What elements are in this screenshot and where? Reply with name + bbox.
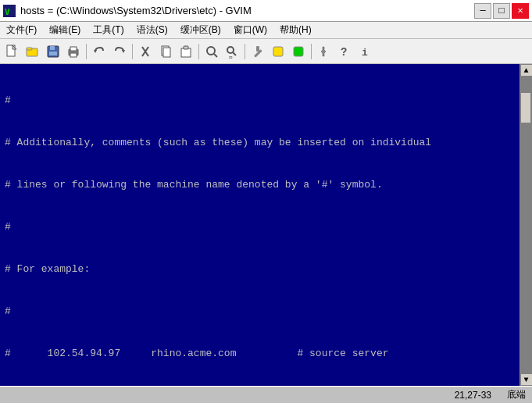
menu-buffers[interactable]: 缓冲区(B)	[174, 22, 227, 38]
svg-line-23	[233, 52, 236, 55]
svg-rect-27	[273, 47, 283, 56]
svg-rect-28	[294, 47, 303, 56]
menu-help[interactable]: 帮助(H)	[273, 22, 318, 38]
toolbar-sep-4	[245, 44, 245, 59]
svg-marker-12	[94, 50, 97, 53]
svg-point-22	[227, 47, 234, 53]
vertical-scrollbar[interactable]: ▲ ▼	[520, 64, 532, 386]
toolbar-undo-button[interactable]	[90, 42, 109, 61]
toolbar-green-btn[interactable]	[289, 42, 308, 61]
toolbar-print-button[interactable]	[64, 42, 83, 61]
svg-text:i: i	[362, 47, 368, 59]
svg-rect-11	[70, 53, 77, 57]
svg-line-21	[214, 54, 217, 57]
svg-rect-26	[256, 46, 259, 52]
scroll-thumb[interactable]	[520, 92, 531, 123]
editor-line: # lines or following the machine name de…	[5, 178, 515, 192]
svg-rect-8	[49, 52, 57, 55]
scroll-down-button[interactable]: ▼	[520, 373, 533, 386]
cursor-position: 21,27-33	[455, 390, 491, 401]
toolbar-info-button[interactable]: i	[355, 42, 374, 61]
window-title: hosts = (C:\Windows\System32\Drivers\etc…	[20, 5, 252, 16]
toolbar-paste-button[interactable]	[177, 42, 195, 61]
svg-rect-17	[163, 48, 170, 57]
editor-line: #	[5, 94, 515, 108]
status-bar: 21,27-33 底端	[0, 386, 532, 403]
toolbar-sep-1	[86, 44, 87, 59]
menu-tools[interactable]: 工具(T)	[87, 22, 130, 38]
scroll-track[interactable]	[520, 77, 532, 373]
toolbar-cut-button[interactable]	[136, 42, 155, 61]
maximize-button[interactable]: □	[493, 3, 510, 19]
toolbar-copy-button[interactable]	[156, 42, 175, 61]
svg-text:?: ?	[341, 46, 347, 59]
editor-line: # For example:	[5, 262, 515, 276]
toolbar-find-button[interactable]	[202, 42, 221, 61]
svg-rect-19	[184, 46, 188, 49]
svg-rect-18	[181, 48, 191, 57]
scroll-position: 底端	[507, 388, 526, 401]
toolbar-sep-5	[311, 44, 312, 59]
svg-marker-13	[122, 50, 125, 53]
editor-content[interactable]: # # Additionally, comments (such as thes…	[0, 64, 520, 386]
svg-text:V: V	[5, 7, 10, 17]
svg-rect-5	[27, 48, 32, 50]
menu-edit[interactable]: 编辑(E)	[43, 22, 87, 38]
menu-bar: 文件(F) 编辑(E) 工具(T) 语法(S) 缓冲区(B) 窗口(W) 帮助(…	[0, 22, 532, 39]
editor-line: #	[5, 305, 515, 319]
editor-line: #	[5, 220, 515, 234]
menu-syntax[interactable]: 语法(S)	[130, 22, 174, 38]
toolbar-open-button[interactable]	[23, 42, 42, 61]
vim-icon: V	[3, 5, 16, 17]
toolbar-yellow-btn[interactable]	[269, 42, 287, 61]
svg-rect-10	[70, 47, 77, 51]
minimize-button[interactable]: ─	[474, 3, 491, 19]
toolbar-question-button[interactable]: ?	[335, 42, 354, 61]
editor-container[interactable]: # # Additionally, comments (such as thes…	[0, 64, 532, 386]
toolbar-redo-button[interactable]	[110, 42, 129, 61]
menu-file[interactable]: 文件(F)	[0, 22, 43, 38]
toolbar-sep-3	[198, 44, 199, 59]
svg-point-20	[207, 47, 215, 55]
svg-rect-7	[50, 46, 55, 50]
toolbar-sep-2	[132, 44, 133, 59]
toolbar-wrench-button[interactable]	[315, 42, 334, 61]
svg-text:R: R	[229, 55, 233, 59]
toolbar-new-button[interactable]	[3, 42, 22, 61]
toolbar-hammer-button[interactable]	[248, 42, 267, 61]
menu-window[interactable]: 窗口(W)	[227, 22, 273, 38]
editor-line: # 102.54.94.97 rhino.acme.com # source s…	[5, 347, 515, 361]
toolbar-replace-button[interactable]: R	[223, 42, 241, 61]
toolbar: R ? i	[0, 39, 532, 64]
close-button[interactable]: ✕	[512, 3, 529, 19]
editor-line: # Additionally, comments (such as these)…	[5, 136, 515, 150]
scroll-up-button[interactable]: ▲	[520, 64, 533, 77]
title-bar: V hosts = (C:\Windows\System32\Drivers\e…	[0, 0, 532, 22]
toolbar-save-button[interactable]	[44, 42, 62, 61]
